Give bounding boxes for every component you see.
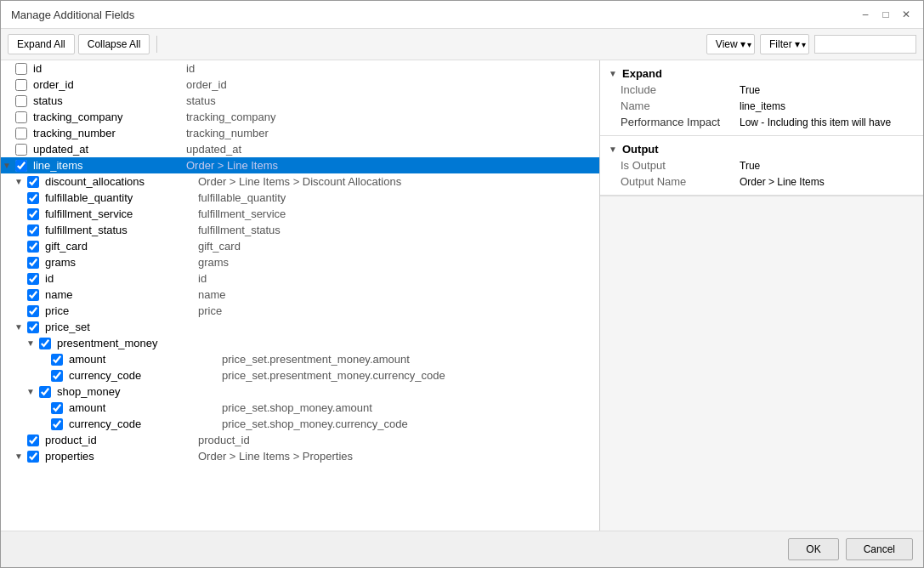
tree-row-amount-pm[interactable]: amount price_set.presentment_money.amoun… <box>37 351 599 367</box>
output-section-header[interactable]: ▼ Output <box>600 141 923 157</box>
prop-value-is-output: True <box>740 160 916 172</box>
item-name-gift-card: gift_card <box>42 240 195 253</box>
checkbox-presentment-money[interactable] <box>39 338 51 349</box>
tree-row-price[interactable]: price price <box>13 303 599 319</box>
tree-row-discount-allocations[interactable]: ▼ discount_allocations Order > Line Item… <box>13 173 599 190</box>
checkbox-line-items[interactable] <box>15 160 27 172</box>
item-path-properties: Order > Line Items > Properties <box>195 450 356 463</box>
tree-row-fulfillment-service[interactable]: fulfillment_service fulfillment_service <box>13 206 599 222</box>
expander-shop-money[interactable]: ▼ <box>25 386 37 398</box>
checkbox-id[interactable] <box>15 63 27 75</box>
checkbox-updated-at[interactable] <box>15 144 27 156</box>
item-name-id-child: id <box>42 272 195 285</box>
tree-row-order-id[interactable]: order_id order_id <box>1 77 599 93</box>
maximize-button[interactable]: □ <box>879 8 893 21</box>
tree-row-line-items[interactable]: ▼ line_items Order > Line Items <box>1 157 599 173</box>
filter-dropdown-button[interactable]: Filter ▾ <box>760 34 809 54</box>
expander-price-set[interactable]: ▼ <box>13 321 25 333</box>
checkbox-status[interactable] <box>15 95 27 107</box>
output-section: ▼ Output Is Output True Output Name Orde… <box>600 136 923 196</box>
search-input[interactable] <box>814 35 916 54</box>
item-name-fulfillment-service: fulfillment_service <box>42 207 195 220</box>
expander-discount-allocations[interactable]: ▼ <box>13 176 25 188</box>
item-name-presentment-money: presentment_money <box>54 337 207 349</box>
collapse-all-button[interactable]: Collapse All <box>78 34 150 54</box>
item-path-discount-allocations: Order > Line Items > Discount Allocation… <box>195 175 405 188</box>
checkbox-fulfillment-status[interactable] <box>27 224 39 236</box>
filter-dropdown-wrap: Filter ▾ <box>760 34 809 54</box>
prop-value-performance-impact: Low - Including this item will have <box>740 116 916 128</box>
item-name-amount-pm: amount <box>65 353 218 366</box>
checkbox-tracking-number[interactable] <box>15 128 27 139</box>
prop-value-name: line_items <box>740 100 916 112</box>
item-name-name: name <box>42 288 195 301</box>
view-dropdown-button[interactable]: View ▾ <box>706 34 755 54</box>
cancel-button[interactable]: Cancel <box>846 538 913 560</box>
expand-section-expander[interactable]: ▼ <box>607 68 619 80</box>
item-path-amount-sm: price_set.shop_money.amount <box>218 401 376 414</box>
checkbox-name[interactable] <box>27 289 39 301</box>
checkbox-product-id[interactable] <box>27 435 39 446</box>
tree-row-id-child[interactable]: id id <box>13 270 599 287</box>
ok-button[interactable]: OK <box>788 538 838 560</box>
item-path-tracking-company: tracking_company <box>183 111 280 123</box>
tree-row-properties[interactable]: ▼ properties Order > Line Items > Proper… <box>13 448 599 464</box>
item-path-updated-at: updated_at <box>183 143 245 156</box>
checkbox-amount-pm[interactable] <box>51 354 63 366</box>
tree-row-tracking-company[interactable]: tracking_company tracking_company <box>1 109 599 125</box>
checkbox-fulfillment-service[interactable] <box>27 208 39 220</box>
item-path-gift-card: gift_card <box>195 240 244 253</box>
tree-row-shop-money[interactable]: ▼ shop_money <box>25 383 599 400</box>
tree-row-status[interactable]: status status <box>1 93 599 109</box>
expander-properties[interactable]: ▼ <box>13 451 25 463</box>
tree-row-amount-sm[interactable]: amount price_set.shop_money.amount <box>37 400 599 416</box>
checkbox-price-set[interactable] <box>27 321 39 333</box>
close-button[interactable]: ✕ <box>899 8 913 21</box>
checkbox-properties[interactable] <box>27 451 39 463</box>
tree-row-gift-card[interactable]: gift_card gift_card <box>13 238 599 254</box>
item-path-fulfillment-service: fulfillment_service <box>195 207 289 220</box>
tree-row-id[interactable]: id id <box>1 60 599 77</box>
expand-all-button[interactable]: Expand All <box>8 34 75 54</box>
tree-row-grams[interactable]: grams grams <box>13 254 599 270</box>
tree-row-product-id[interactable]: product_id product_id <box>13 432 599 448</box>
item-name-tracking-number: tracking_number <box>30 127 183 139</box>
item-path-product-id: product_id <box>195 434 253 446</box>
minimize-button[interactable]: – <box>859 8 872 21</box>
checkbox-gift-card[interactable] <box>27 241 39 253</box>
prop-label-is-output: Is Output <box>621 159 740 172</box>
expander-line-items[interactable]: ▼ <box>1 160 13 172</box>
item-name-properties: properties <box>42 450 195 463</box>
tree-row-tracking-number[interactable]: tracking_number tracking_number <box>1 125 599 141</box>
item-path-amount-pm: price_set.presentment_money.amount <box>218 353 413 366</box>
tree-row-name[interactable]: name name <box>13 287 599 303</box>
tree-row-price-set[interactable]: ▼ price_set <box>13 319 599 335</box>
checkbox-tracking-company[interactable] <box>15 111 27 123</box>
checkbox-shop-money[interactable] <box>39 386 51 398</box>
checkbox-id-child[interactable] <box>27 273 39 285</box>
tree-row-fulfillment-status[interactable]: fulfillment_status fulfillment_status <box>13 222 599 238</box>
tree-row-updated-at[interactable]: updated_at updated_at <box>1 141 599 157</box>
checkbox-order-id[interactable] <box>15 79 27 91</box>
expand-section-header[interactable]: ▼ Expand <box>600 65 923 82</box>
item-name-order-id: order_id <box>30 78 183 91</box>
tree-scroll[interactable]: id id order_id order_id status status <box>1 60 599 531</box>
item-path-order-id: order_id <box>183 78 230 91</box>
expander-presentment-money[interactable]: ▼ <box>25 338 37 349</box>
tree-row-currency-code-pm[interactable]: currency_code price_set.presentment_mone… <box>37 367 599 383</box>
checkbox-price[interactable] <box>27 305 39 317</box>
main-content: id id order_id order_id status status <box>1 60 923 531</box>
output-section-label: Output <box>622 143 659 156</box>
prop-row-include: Include True <box>600 82 923 98</box>
checkbox-discount-allocations[interactable] <box>27 176 39 188</box>
output-section-expander[interactable]: ▼ <box>607 144 619 156</box>
tree-row-currency-code-sm[interactable]: currency_code price_set.shop_money.curre… <box>37 416 599 432</box>
tree-row-fulfillable-quantity[interactable]: fulfillable_quantity fulfillable_quantit… <box>13 190 599 206</box>
tree-row-presentment-money[interactable]: ▼ presentment_money <box>25 335 599 351</box>
checkbox-currency-code-pm[interactable] <box>51 370 63 382</box>
checkbox-fulfillable-quantity[interactable] <box>27 192 39 204</box>
checkbox-currency-code-sm[interactable] <box>51 418 63 430</box>
checkbox-grams[interactable] <box>27 257 39 269</box>
checkbox-amount-sm[interactable] <box>51 402 63 414</box>
toolbar: Expand All Collapse All View ▾ Filter ▾ <box>1 29 923 60</box>
